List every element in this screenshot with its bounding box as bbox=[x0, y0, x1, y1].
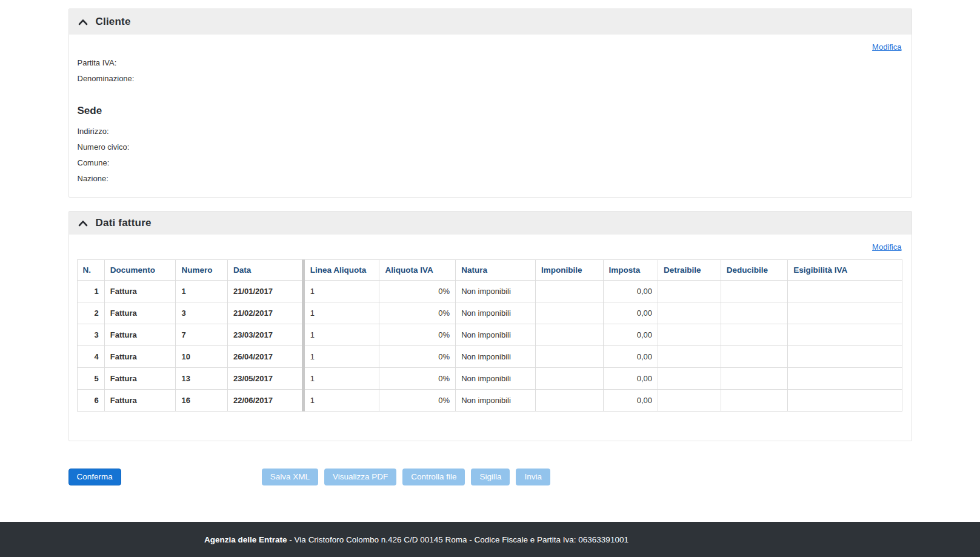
table-cell bbox=[658, 281, 721, 302]
table-cell: 1 bbox=[303, 346, 379, 368]
column-header: Aliquota IVA bbox=[379, 260, 456, 281]
table-cell: 0,00 bbox=[603, 390, 658, 412]
table-cell: 0,00 bbox=[603, 368, 658, 390]
invia-button[interactable]: Invia bbox=[516, 469, 550, 485]
footer: Agenzia delle Entrate - Via Cristoforo C… bbox=[0, 522, 980, 557]
visualizza-pdf-button[interactable]: Visualizza PDF bbox=[324, 469, 396, 485]
table-cell bbox=[658, 390, 721, 412]
dati-fatture-panel-header[interactable]: Dati fatture bbox=[69, 212, 912, 235]
table-cell bbox=[721, 281, 788, 302]
table-cell: 1 bbox=[176, 281, 228, 302]
table-cell bbox=[658, 346, 721, 368]
table-cell bbox=[535, 346, 603, 368]
controlla-file-button[interactable]: Controlla file bbox=[402, 469, 465, 485]
table-row: 3Fattura723/03/201710%Non imponibili0,00 bbox=[77, 324, 902, 346]
chevron-up-icon bbox=[78, 219, 88, 227]
table-cell: Fattura bbox=[104, 302, 176, 324]
column-header: Linea Aliquota bbox=[303, 260, 379, 281]
column-header: Imponibile bbox=[535, 260, 603, 281]
table-row: 5Fattura1323/05/201710%Non imponibili0,0… bbox=[77, 368, 902, 390]
fatture-modify-link[interactable]: Modifica bbox=[872, 242, 901, 252]
table-cell: 3 bbox=[77, 324, 104, 346]
invoice-table-header-row: N.DocumentoNumeroDataLinea AliquotaAliqu… bbox=[77, 260, 902, 281]
table-cell bbox=[721, 302, 788, 324]
nazione-label: Nazione: bbox=[78, 175, 902, 182]
table-cell: 0,00 bbox=[603, 281, 658, 302]
table-cell: 2 bbox=[77, 302, 104, 324]
cliente-modify-row: Modifica bbox=[78, 35, 902, 52]
table-cell: 21/01/2017 bbox=[227, 281, 303, 302]
table-cell: 0% bbox=[379, 324, 456, 346]
table-cell bbox=[535, 390, 603, 412]
page: Cliente Modifica Partita IVA: Denominazi… bbox=[0, 0, 980, 557]
table-cell bbox=[535, 368, 603, 390]
sigilla-button[interactable]: Sigilla bbox=[471, 469, 510, 485]
table-cell: Non imponibili bbox=[456, 390, 536, 412]
invoice-table-body: 1Fattura121/01/201710%Non imponibili0,00… bbox=[77, 281, 902, 412]
cliente-panel-header[interactable]: Cliente bbox=[69, 9, 912, 35]
table-cell bbox=[721, 390, 788, 412]
column-header: N. bbox=[77, 260, 104, 281]
column-header: Data bbox=[227, 260, 303, 281]
main-container: Cliente Modifica Partita IVA: Denominazi… bbox=[68, 0, 912, 485]
table-row: 1Fattura121/01/201710%Non imponibili0,00 bbox=[77, 281, 902, 302]
table-cell: 23/05/2017 bbox=[227, 368, 303, 390]
table-cell: Non imponibili bbox=[456, 281, 536, 302]
table-cell: 10 bbox=[176, 346, 228, 368]
table-cell: 21/02/2017 bbox=[227, 302, 303, 324]
column-header: Numero bbox=[176, 260, 228, 281]
table-cell: 22/06/2017 bbox=[227, 390, 303, 412]
denominazione-label: Denominazione: bbox=[78, 75, 902, 82]
table-cell bbox=[535, 302, 603, 324]
table-cell: 6 bbox=[77, 390, 104, 412]
dati-fatture-panel: Dati fatture Modifica N.DocumentoNumeroD… bbox=[68, 211, 912, 441]
table-cell: 16 bbox=[176, 390, 228, 412]
table-cell bbox=[721, 368, 788, 390]
table-cell: Fattura bbox=[104, 281, 176, 302]
fatture-modify-row: Modifica bbox=[77, 235, 902, 252]
table-cell: 0% bbox=[379, 281, 456, 302]
invoice-table: N.DocumentoNumeroDataLinea AliquotaAliqu… bbox=[77, 259, 902, 412]
table-cell: Fattura bbox=[104, 368, 176, 390]
table-cell bbox=[658, 368, 721, 390]
table-cell bbox=[658, 324, 721, 346]
column-header: Imposta bbox=[603, 260, 658, 281]
column-header: Esigibilità IVA bbox=[788, 260, 902, 281]
footer-text: Agenzia delle Entrate - Via Cristoforo C… bbox=[0, 535, 833, 544]
table-cell bbox=[788, 324, 902, 346]
cliente-panel-title: Cliente bbox=[96, 16, 131, 28]
table-cell: 1 bbox=[303, 390, 379, 412]
table-cell: Fattura bbox=[104, 324, 176, 346]
table-cell bbox=[535, 281, 603, 302]
sede-title: Sede bbox=[78, 104, 902, 117]
table-cell: 0% bbox=[379, 368, 456, 390]
table-cell: 1 bbox=[303, 302, 379, 324]
conferma-button[interactable]: Conferma bbox=[68, 469, 121, 485]
table-row: 4Fattura1026/04/201710%Non imponibili0,0… bbox=[77, 346, 902, 368]
table-cell bbox=[788, 346, 902, 368]
table-cell bbox=[535, 324, 603, 346]
column-header: Natura bbox=[456, 260, 536, 281]
footer-org-name: Agenzia delle Entrate bbox=[204, 535, 287, 544]
salva-xml-button[interactable]: Salva XML bbox=[262, 469, 318, 485]
table-cell: Non imponibili bbox=[456, 368, 536, 390]
comune-label: Comune: bbox=[78, 159, 902, 167]
table-cell: Non imponibili bbox=[456, 324, 536, 346]
table-cell: 0,00 bbox=[603, 302, 658, 324]
table-cell bbox=[788, 302, 902, 324]
partita-iva-label: Partita IVA: bbox=[78, 59, 902, 67]
table-cell: 23/03/2017 bbox=[227, 324, 303, 346]
numero-civico-label: Numero civico: bbox=[78, 143, 902, 151]
table-cell: 3 bbox=[176, 302, 228, 324]
chevron-up-icon bbox=[78, 18, 88, 26]
table-cell: 0,00 bbox=[603, 346, 658, 368]
cliente-panel: Cliente Modifica Partita IVA: Denominazi… bbox=[68, 8, 912, 198]
cliente-panel-body: Modifica Partita IVA: Denominazione: Sed… bbox=[69, 35, 912, 197]
table-cell bbox=[658, 302, 721, 324]
table-cell bbox=[788, 368, 902, 390]
actions-bar: Conferma Salva XML Visualizza PDF Contro… bbox=[68, 469, 912, 485]
cliente-modify-link[interactable]: Modifica bbox=[872, 42, 901, 52]
table-cell bbox=[788, 390, 902, 412]
table-cell: 1 bbox=[303, 324, 379, 346]
table-row: 2Fattura321/02/201710%Non imponibili0,00 bbox=[77, 302, 902, 324]
